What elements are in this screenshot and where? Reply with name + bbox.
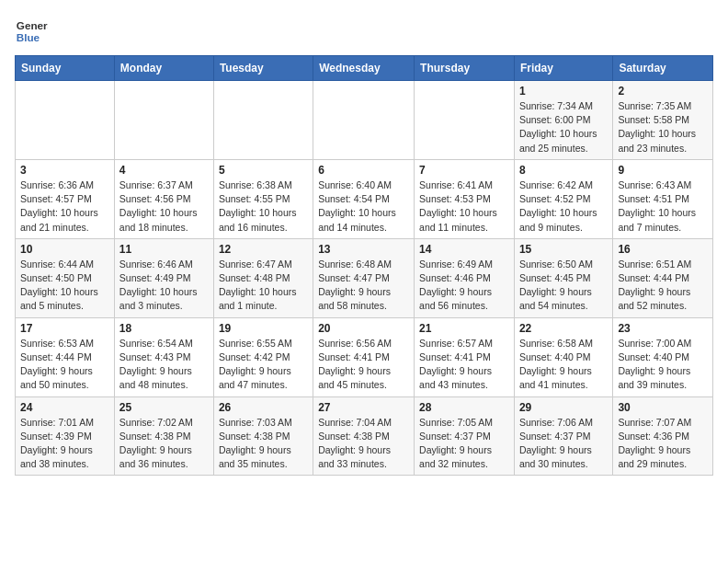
day-info: Sunrise: 7:01 AM Sunset: 4:39 PM Dayligh…	[20, 416, 109, 472]
day-number: 15	[519, 243, 608, 256]
day-number: 27	[318, 401, 409, 414]
calendar-cell: 14Sunrise: 6:49 AM Sunset: 4:46 PM Dayli…	[415, 238, 515, 317]
day-info: Sunrise: 6:42 AM Sunset: 4:52 PM Dayligh…	[519, 178, 608, 235]
day-info: Sunrise: 7:03 AM Sunset: 4:38 PM Dayligh…	[219, 416, 308, 472]
day-info: Sunrise: 6:36 AM Sunset: 4:57 PM Dayligh…	[20, 178, 109, 235]
day-info: Sunrise: 6:50 AM Sunset: 4:45 PM Dayligh…	[519, 258, 608, 314]
day-number: 19	[219, 322, 308, 335]
weekday-header-row: SundayMondayTuesdayWednesdayThursdayFrid…	[16, 56, 713, 81]
weekday-header-wednesday: Wednesday	[313, 56, 415, 81]
calendar-cell: 13Sunrise: 6:48 AM Sunset: 4:47 PM Dayli…	[313, 238, 415, 317]
week-row-2: 10Sunrise: 6:44 AM Sunset: 4:50 PM Dayli…	[16, 238, 713, 317]
calendar-cell: 26Sunrise: 7:03 AM Sunset: 4:38 PM Dayli…	[213, 396, 313, 476]
day-number: 11	[119, 243, 209, 256]
day-number: 20	[318, 322, 409, 335]
day-info: Sunrise: 6:37 AM Sunset: 4:56 PM Dayligh…	[119, 178, 209, 235]
calendar-cell: 9Sunrise: 6:43 AM Sunset: 4:51 PM Daylig…	[613, 159, 713, 238]
calendar-cell: 20Sunrise: 6:56 AM Sunset: 4:41 PM Dayli…	[313, 317, 415, 396]
calendar: SundayMondayTuesdayWednesdayThursdayFrid…	[15, 55, 713, 476]
day-number: 8	[519, 164, 608, 177]
day-number: 21	[419, 322, 509, 335]
calendar-cell: 6Sunrise: 6:40 AM Sunset: 4:54 PM Daylig…	[313, 159, 415, 238]
day-number: 9	[618, 164, 708, 177]
day-info: Sunrise: 6:56 AM Sunset: 4:41 PM Dayligh…	[318, 337, 409, 393]
weekday-header-saturday: Saturday	[613, 56, 713, 81]
day-info: Sunrise: 6:54 AM Sunset: 4:43 PM Dayligh…	[119, 337, 209, 393]
day-info: Sunrise: 6:55 AM Sunset: 4:42 PM Dayligh…	[219, 337, 308, 393]
calendar-cell: 19Sunrise: 6:55 AM Sunset: 4:42 PM Dayli…	[213, 317, 313, 396]
calendar-cell: 17Sunrise: 6:53 AM Sunset: 4:44 PM Dayli…	[16, 317, 115, 396]
calendar-cell: 27Sunrise: 7:04 AM Sunset: 4:38 PM Dayli…	[313, 396, 415, 476]
day-info: Sunrise: 6:40 AM Sunset: 4:54 PM Dayligh…	[318, 178, 409, 235]
calendar-cell: 7Sunrise: 6:41 AM Sunset: 4:53 PM Daylig…	[415, 159, 515, 238]
day-info: Sunrise: 6:41 AM Sunset: 4:53 PM Dayligh…	[419, 178, 509, 235]
calendar-cell	[415, 81, 515, 160]
day-number: 23	[618, 322, 708, 335]
calendar-cell: 10Sunrise: 6:44 AM Sunset: 4:50 PM Dayli…	[16, 238, 115, 317]
calendar-cell	[213, 81, 313, 160]
calendar-cell: 22Sunrise: 6:58 AM Sunset: 4:40 PM Dayli…	[514, 317, 612, 396]
calendar-cell: 29Sunrise: 7:06 AM Sunset: 4:37 PM Dayli…	[514, 396, 612, 476]
day-number: 29	[519, 401, 608, 414]
week-row-0: 1Sunrise: 7:34 AM Sunset: 6:00 PM Daylig…	[16, 81, 713, 160]
day-number: 30	[618, 401, 708, 414]
calendar-cell: 12Sunrise: 6:47 AM Sunset: 4:48 PM Dayli…	[213, 238, 313, 317]
day-info: Sunrise: 7:34 AM Sunset: 6:00 PM Dayligh…	[519, 99, 608, 155]
day-number: 28	[419, 401, 509, 414]
day-number: 12	[219, 243, 308, 256]
calendar-cell: 25Sunrise: 7:02 AM Sunset: 4:38 PM Dayli…	[114, 396, 213, 476]
day-number: 18	[119, 322, 209, 335]
calendar-cell: 18Sunrise: 6:54 AM Sunset: 4:43 PM Dayli…	[114, 317, 213, 396]
day-info: Sunrise: 7:05 AM Sunset: 4:37 PM Dayligh…	[419, 416, 509, 472]
calendar-cell: 5Sunrise: 6:38 AM Sunset: 4:55 PM Daylig…	[213, 159, 313, 238]
week-row-3: 17Sunrise: 6:53 AM Sunset: 4:44 PM Dayli…	[16, 317, 713, 396]
weekday-header-friday: Friday	[514, 56, 612, 81]
svg-text:General: General	[17, 19, 48, 31]
day-info: Sunrise: 6:51 AM Sunset: 4:44 PM Dayligh…	[618, 258, 708, 314]
day-info: Sunrise: 7:35 AM Sunset: 5:58 PM Dayligh…	[618, 99, 708, 155]
logo-icon: General Blue	[15, 15, 48, 48]
day-number: 4	[119, 164, 209, 177]
day-number: 26	[219, 401, 308, 414]
day-info: Sunrise: 6:57 AM Sunset: 4:41 PM Dayligh…	[419, 337, 509, 393]
day-info: Sunrise: 6:58 AM Sunset: 4:40 PM Dayligh…	[519, 337, 608, 393]
day-number: 2	[618, 85, 708, 98]
logo: General Blue	[15, 15, 48, 48]
calendar-cell: 30Sunrise: 7:07 AM Sunset: 4:36 PM Dayli…	[613, 396, 713, 476]
weekday-header-thursday: Thursday	[415, 56, 515, 81]
day-info: Sunrise: 6:44 AM Sunset: 4:50 PM Dayligh…	[20, 258, 109, 314]
day-info: Sunrise: 6:46 AM Sunset: 4:49 PM Dayligh…	[119, 258, 209, 314]
day-number: 13	[318, 243, 409, 256]
svg-text:Blue: Blue	[17, 31, 40, 43]
calendar-cell: 1Sunrise: 7:34 AM Sunset: 6:00 PM Daylig…	[514, 81, 612, 160]
calendar-cell: 8Sunrise: 6:42 AM Sunset: 4:52 PM Daylig…	[514, 159, 612, 238]
calendar-cell: 24Sunrise: 7:01 AM Sunset: 4:39 PM Dayli…	[16, 396, 115, 476]
day-number: 22	[519, 322, 608, 335]
weekday-header-monday: Monday	[114, 56, 213, 81]
calendar-cell: 21Sunrise: 6:57 AM Sunset: 4:41 PM Dayli…	[415, 317, 515, 396]
day-number: 3	[20, 164, 109, 177]
day-info: Sunrise: 6:53 AM Sunset: 4:44 PM Dayligh…	[20, 337, 109, 393]
day-number: 24	[20, 401, 109, 414]
calendar-cell	[114, 81, 213, 160]
day-info: Sunrise: 6:47 AM Sunset: 4:48 PM Dayligh…	[219, 258, 308, 314]
day-info: Sunrise: 7:06 AM Sunset: 4:37 PM Dayligh…	[519, 416, 608, 472]
calendar-cell: 28Sunrise: 7:05 AM Sunset: 4:37 PM Dayli…	[415, 396, 515, 476]
calendar-cell: 3Sunrise: 6:36 AM Sunset: 4:57 PM Daylig…	[16, 159, 115, 238]
day-info: Sunrise: 7:00 AM Sunset: 4:40 PM Dayligh…	[618, 337, 708, 393]
day-number: 5	[219, 164, 308, 177]
week-row-4: 24Sunrise: 7:01 AM Sunset: 4:39 PM Dayli…	[16, 396, 713, 476]
day-info: Sunrise: 6:48 AM Sunset: 4:47 PM Dayligh…	[318, 258, 409, 314]
calendar-cell: 4Sunrise: 6:37 AM Sunset: 4:56 PM Daylig…	[114, 159, 213, 238]
day-info: Sunrise: 7:02 AM Sunset: 4:38 PM Dayligh…	[119, 416, 209, 472]
day-number: 1	[519, 85, 608, 98]
day-info: Sunrise: 6:43 AM Sunset: 4:51 PM Dayligh…	[618, 178, 708, 235]
day-number: 10	[20, 243, 109, 256]
day-number: 7	[419, 164, 509, 177]
day-number: 14	[419, 243, 509, 256]
day-info: Sunrise: 7:04 AM Sunset: 4:38 PM Dayligh…	[318, 416, 409, 472]
day-info: Sunrise: 7:07 AM Sunset: 4:36 PM Dayligh…	[618, 416, 708, 472]
day-number: 17	[20, 322, 109, 335]
calendar-cell: 11Sunrise: 6:46 AM Sunset: 4:49 PM Dayli…	[114, 238, 213, 317]
day-info: Sunrise: 6:38 AM Sunset: 4:55 PM Dayligh…	[219, 178, 308, 235]
